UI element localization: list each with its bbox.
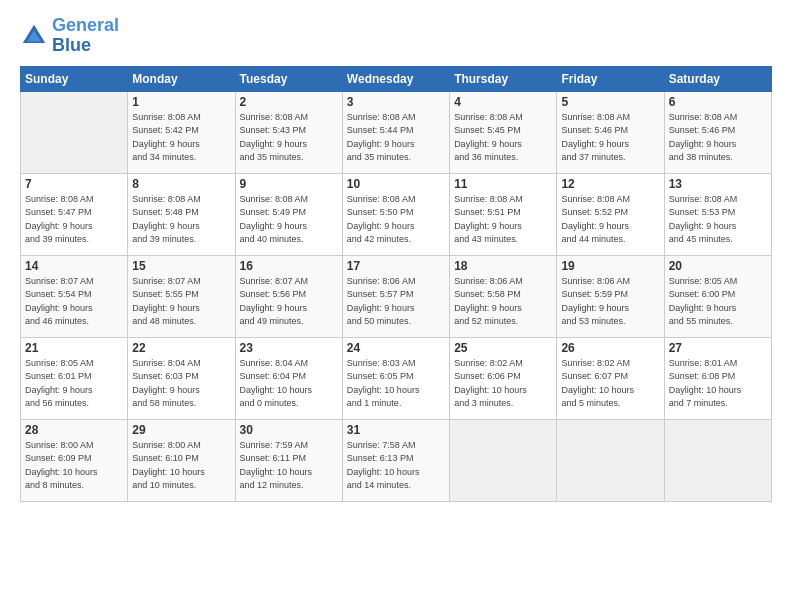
day-number: 30	[240, 423, 338, 437]
day-info: Sunrise: 8:05 AMSunset: 6:01 PMDaylight:…	[25, 357, 123, 411]
calendar-cell	[21, 91, 128, 173]
calendar-cell: 23Sunrise: 8:04 AMSunset: 6:04 PMDayligh…	[235, 337, 342, 419]
weekday-header-cell: Sunday	[21, 66, 128, 91]
day-number: 6	[669, 95, 767, 109]
day-info: Sunrise: 8:08 AMSunset: 5:51 PMDaylight:…	[454, 193, 552, 247]
day-number: 21	[25, 341, 123, 355]
day-number: 18	[454, 259, 552, 273]
calendar-cell: 10Sunrise: 8:08 AMSunset: 5:50 PMDayligh…	[342, 173, 449, 255]
calendar-cell: 16Sunrise: 8:07 AMSunset: 5:56 PMDayligh…	[235, 255, 342, 337]
day-info: Sunrise: 8:08 AMSunset: 5:47 PMDaylight:…	[25, 193, 123, 247]
day-number: 11	[454, 177, 552, 191]
day-info: Sunrise: 8:01 AMSunset: 6:08 PMDaylight:…	[669, 357, 767, 411]
calendar-cell: 1Sunrise: 8:08 AMSunset: 5:42 PMDaylight…	[128, 91, 235, 173]
calendar-cell: 31Sunrise: 7:58 AMSunset: 6:13 PMDayligh…	[342, 419, 449, 501]
calendar-cell: 4Sunrise: 8:08 AMSunset: 5:45 PMDaylight…	[450, 91, 557, 173]
day-number: 1	[132, 95, 230, 109]
calendar-cell: 6Sunrise: 8:08 AMSunset: 5:46 PMDaylight…	[664, 91, 771, 173]
calendar-cell: 19Sunrise: 8:06 AMSunset: 5:59 PMDayligh…	[557, 255, 664, 337]
day-info: Sunrise: 8:08 AMSunset: 5:49 PMDaylight:…	[240, 193, 338, 247]
calendar-cell: 7Sunrise: 8:08 AMSunset: 5:47 PMDaylight…	[21, 173, 128, 255]
day-number: 25	[454, 341, 552, 355]
calendar-cell: 12Sunrise: 8:08 AMSunset: 5:52 PMDayligh…	[557, 173, 664, 255]
calendar-cell	[557, 419, 664, 501]
day-number: 29	[132, 423, 230, 437]
logo: General Blue	[20, 16, 119, 56]
day-info: Sunrise: 8:08 AMSunset: 5:48 PMDaylight:…	[132, 193, 230, 247]
day-info: Sunrise: 8:08 AMSunset: 5:44 PMDaylight:…	[347, 111, 445, 165]
calendar-cell: 15Sunrise: 8:07 AMSunset: 5:55 PMDayligh…	[128, 255, 235, 337]
day-number: 28	[25, 423, 123, 437]
weekday-header-row: SundayMondayTuesdayWednesdayThursdayFrid…	[21, 66, 772, 91]
day-number: 14	[25, 259, 123, 273]
calendar-cell	[450, 419, 557, 501]
day-info: Sunrise: 8:07 AMSunset: 5:56 PMDaylight:…	[240, 275, 338, 329]
calendar-cell: 20Sunrise: 8:05 AMSunset: 6:00 PMDayligh…	[664, 255, 771, 337]
day-number: 9	[240, 177, 338, 191]
main-container: General Blue SundayMondayTuesdayWednesda…	[0, 0, 792, 612]
day-info: Sunrise: 8:07 AMSunset: 5:54 PMDaylight:…	[25, 275, 123, 329]
day-number: 4	[454, 95, 552, 109]
calendar-cell: 22Sunrise: 8:04 AMSunset: 6:03 PMDayligh…	[128, 337, 235, 419]
day-info: Sunrise: 8:08 AMSunset: 5:42 PMDaylight:…	[132, 111, 230, 165]
day-number: 2	[240, 95, 338, 109]
day-info: Sunrise: 8:02 AMSunset: 6:06 PMDaylight:…	[454, 357, 552, 411]
calendar-body: 1Sunrise: 8:08 AMSunset: 5:42 PMDaylight…	[21, 91, 772, 501]
calendar-cell: 14Sunrise: 8:07 AMSunset: 5:54 PMDayligh…	[21, 255, 128, 337]
weekday-header-cell: Wednesday	[342, 66, 449, 91]
day-info: Sunrise: 8:08 AMSunset: 5:46 PMDaylight:…	[669, 111, 767, 165]
day-number: 24	[347, 341, 445, 355]
day-info: Sunrise: 8:04 AMSunset: 6:03 PMDaylight:…	[132, 357, 230, 411]
calendar-table: SundayMondayTuesdayWednesdayThursdayFrid…	[20, 66, 772, 502]
day-info: Sunrise: 8:06 AMSunset: 5:58 PMDaylight:…	[454, 275, 552, 329]
logo-text: General Blue	[52, 16, 119, 56]
day-number: 3	[347, 95, 445, 109]
day-info: Sunrise: 8:04 AMSunset: 6:04 PMDaylight:…	[240, 357, 338, 411]
weekday-header-cell: Saturday	[664, 66, 771, 91]
day-number: 27	[669, 341, 767, 355]
weekday-header-cell: Thursday	[450, 66, 557, 91]
calendar-week-row: 1Sunrise: 8:08 AMSunset: 5:42 PMDaylight…	[21, 91, 772, 173]
day-number: 12	[561, 177, 659, 191]
day-number: 5	[561, 95, 659, 109]
day-info: Sunrise: 8:08 AMSunset: 5:50 PMDaylight:…	[347, 193, 445, 247]
day-info: Sunrise: 8:03 AMSunset: 6:05 PMDaylight:…	[347, 357, 445, 411]
day-number: 16	[240, 259, 338, 273]
calendar-cell: 24Sunrise: 8:03 AMSunset: 6:05 PMDayligh…	[342, 337, 449, 419]
day-number: 31	[347, 423, 445, 437]
calendar-cell: 26Sunrise: 8:02 AMSunset: 6:07 PMDayligh…	[557, 337, 664, 419]
calendar-week-row: 14Sunrise: 8:07 AMSunset: 5:54 PMDayligh…	[21, 255, 772, 337]
calendar-cell: 29Sunrise: 8:00 AMSunset: 6:10 PMDayligh…	[128, 419, 235, 501]
day-number: 17	[347, 259, 445, 273]
calendar-cell: 25Sunrise: 8:02 AMSunset: 6:06 PMDayligh…	[450, 337, 557, 419]
day-info: Sunrise: 8:08 AMSunset: 5:45 PMDaylight:…	[454, 111, 552, 165]
calendar-week-row: 21Sunrise: 8:05 AMSunset: 6:01 PMDayligh…	[21, 337, 772, 419]
calendar-cell: 2Sunrise: 8:08 AMSunset: 5:43 PMDaylight…	[235, 91, 342, 173]
calendar-cell: 11Sunrise: 8:08 AMSunset: 5:51 PMDayligh…	[450, 173, 557, 255]
calendar-cell: 3Sunrise: 8:08 AMSunset: 5:44 PMDaylight…	[342, 91, 449, 173]
day-info: Sunrise: 8:00 AMSunset: 6:09 PMDaylight:…	[25, 439, 123, 493]
calendar-cell	[664, 419, 771, 501]
day-info: Sunrise: 8:08 AMSunset: 5:46 PMDaylight:…	[561, 111, 659, 165]
calendar-cell: 9Sunrise: 8:08 AMSunset: 5:49 PMDaylight…	[235, 173, 342, 255]
day-info: Sunrise: 8:02 AMSunset: 6:07 PMDaylight:…	[561, 357, 659, 411]
day-number: 22	[132, 341, 230, 355]
calendar-week-row: 7Sunrise: 8:08 AMSunset: 5:47 PMDaylight…	[21, 173, 772, 255]
day-number: 23	[240, 341, 338, 355]
logo-icon	[20, 22, 48, 50]
calendar-cell: 28Sunrise: 8:00 AMSunset: 6:09 PMDayligh…	[21, 419, 128, 501]
calendar-cell: 18Sunrise: 8:06 AMSunset: 5:58 PMDayligh…	[450, 255, 557, 337]
day-info: Sunrise: 8:08 AMSunset: 5:53 PMDaylight:…	[669, 193, 767, 247]
weekday-header-cell: Monday	[128, 66, 235, 91]
calendar-cell: 5Sunrise: 8:08 AMSunset: 5:46 PMDaylight…	[557, 91, 664, 173]
calendar-cell: 30Sunrise: 7:59 AMSunset: 6:11 PMDayligh…	[235, 419, 342, 501]
day-number: 19	[561, 259, 659, 273]
day-info: Sunrise: 7:58 AMSunset: 6:13 PMDaylight:…	[347, 439, 445, 493]
calendar-cell: 8Sunrise: 8:08 AMSunset: 5:48 PMDaylight…	[128, 173, 235, 255]
day-number: 10	[347, 177, 445, 191]
calendar-cell: 13Sunrise: 8:08 AMSunset: 5:53 PMDayligh…	[664, 173, 771, 255]
day-info: Sunrise: 8:06 AMSunset: 5:57 PMDaylight:…	[347, 275, 445, 329]
day-info: Sunrise: 8:08 AMSunset: 5:43 PMDaylight:…	[240, 111, 338, 165]
calendar-cell: 27Sunrise: 8:01 AMSunset: 6:08 PMDayligh…	[664, 337, 771, 419]
calendar-cell: 17Sunrise: 8:06 AMSunset: 5:57 PMDayligh…	[342, 255, 449, 337]
